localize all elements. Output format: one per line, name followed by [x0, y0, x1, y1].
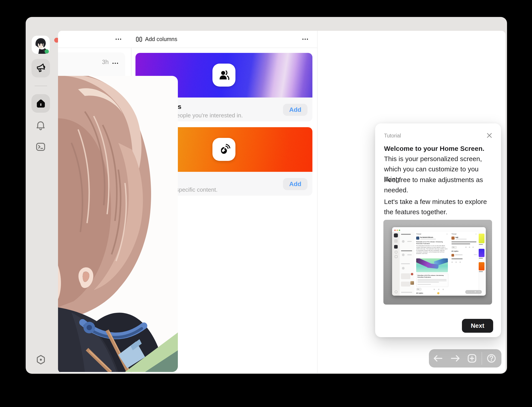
mini-home-button [394, 245, 398, 249]
tutorial-thumbnail: Thread No Bullshit Bitcoin RoboSats v0.6… [383, 220, 492, 305]
satellite-icon [218, 143, 230, 156]
sidebar-item-notifications[interactable] [35, 120, 46, 131]
mini-post-title: RoboSats v0.6.0 Pre-release: Introducing… [416, 241, 448, 244]
mini-column-b: Thread No Bullshit Bitcoin RoboSats v0.6… [415, 232, 450, 296]
people-icon [218, 69, 230, 81]
home-icon [36, 98, 46, 109]
mini-traffic-red [394, 230, 396, 231]
close-icon[interactable] [486, 132, 493, 139]
mini-pin-chip: Pin [416, 288, 422, 291]
mini-app-window: Thread No Bullshit Bitcoin RoboSats v0.6… [392, 227, 486, 296]
mini-compose-button [394, 239, 398, 243]
megaphone-icon [36, 63, 46, 73]
mini-column-c: Thread kaiji Pin [450, 232, 479, 296]
columns-icon [136, 37, 142, 42]
tutorial-paragraph-2: Feel free to make adjustments as needed. [384, 175, 493, 195]
add-columns-title: Add columns [145, 36, 177, 42]
sidebar-item-announcements[interactable] [31, 59, 50, 78]
mini-blue-tile [479, 249, 485, 257]
mini-thread-title: Thread [416, 233, 421, 235]
post-overflow-menu-icon[interactable] [112, 63, 118, 64]
add-group-feeds-button[interactable]: Add [283, 104, 307, 116]
mini-post-avatar [416, 236, 419, 240]
mini-robot-image [416, 258, 448, 272]
terminal-icon [35, 141, 46, 152]
mini-bell-icon [395, 251, 398, 253]
forward-button[interactable] [451, 355, 460, 362]
add-columns-overflow-menu-icon[interactable] [302, 39, 308, 40]
mini-reply-author: kaiji [455, 236, 458, 238]
antenas-icon-tile [212, 138, 235, 161]
bell-icon [35, 120, 46, 131]
tutorial-popover: Tutorial Welcome to your Home Screen. Th… [375, 123, 501, 337]
mini-photo [410, 281, 414, 285]
deck-header: Add columns [58, 31, 317, 48]
app-window: Add columns 3h [26, 17, 507, 374]
mini-traffic-green [399, 230, 400, 231]
mini-emoji [411, 273, 413, 275]
sidebar-divider [35, 86, 47, 86]
mini-nav-pill: ← → ⊞ ? [465, 290, 482, 294]
add-column-button[interactable] [467, 354, 477, 363]
mini-link-card: RoboSats v0.6.0 Pre-release: Introducing… [416, 274, 448, 287]
mini-yellow-tile [479, 234, 485, 243]
mini-column-a [400, 232, 415, 296]
mini-quote-bubble [401, 273, 410, 279]
mini-traffic-yellow [397, 230, 398, 231]
next-button[interactable]: Next [462, 319, 493, 333]
help-button[interactable] [487, 354, 496, 363]
column-divider-2 [317, 31, 318, 373]
mini-avatar [394, 233, 398, 237]
online-status-dot [45, 49, 49, 54]
mini-handshake-emoji [437, 292, 439, 294]
mini-link-title: RoboSats v0.6.0 Pre-release: Introducing… [417, 275, 447, 278]
group-feeds-icon-tile [212, 63, 235, 86]
mini-orange-tile [479, 262, 485, 270]
anime-illustration [58, 76, 178, 372]
navigation-toolbar [429, 349, 501, 368]
column1-overflow-menu-icon[interactable] [116, 39, 121, 40]
mini-settings-icon [395, 290, 398, 293]
mini-reply-avatar [451, 236, 454, 240]
mini-terminal-icon [395, 255, 398, 258]
sidebar-item-terminal[interactable] [35, 141, 46, 152]
screen: Add columns 3h [0, 0, 532, 407]
sidebar-item-home[interactable] [31, 94, 50, 113]
content-panel: Add columns 3h [58, 31, 505, 373]
sidebar-item-settings[interactable] [35, 354, 46, 365]
hexagon-dot-icon [35, 354, 46, 365]
post-timestamp: 3h [102, 59, 109, 66]
back-button[interactable] [433, 355, 443, 362]
mini-sidebar [392, 232, 400, 296]
mini-replies-label: All replies [416, 292, 423, 294]
tutorial-title: Tutorial [384, 133, 401, 139]
tutorial-paragraph-1-bold: Welcome to your Home Screen. [384, 145, 485, 152]
tutorial-paragraph-3: Let's take a few minutes to explore the … [384, 196, 493, 217]
post-image-attachment[interactable] [58, 76, 178, 372]
add-antenas-button[interactable]: Add [283, 178, 307, 190]
mini-post-author: No Bullshit Bitcoin [420, 236, 433, 238]
mini-thread-title-2: Thread [451, 233, 456, 235]
mini-post-body: The RoboSats Federation is a set of rule… [416, 245, 448, 254]
toolbar-divider [482, 352, 482, 365]
